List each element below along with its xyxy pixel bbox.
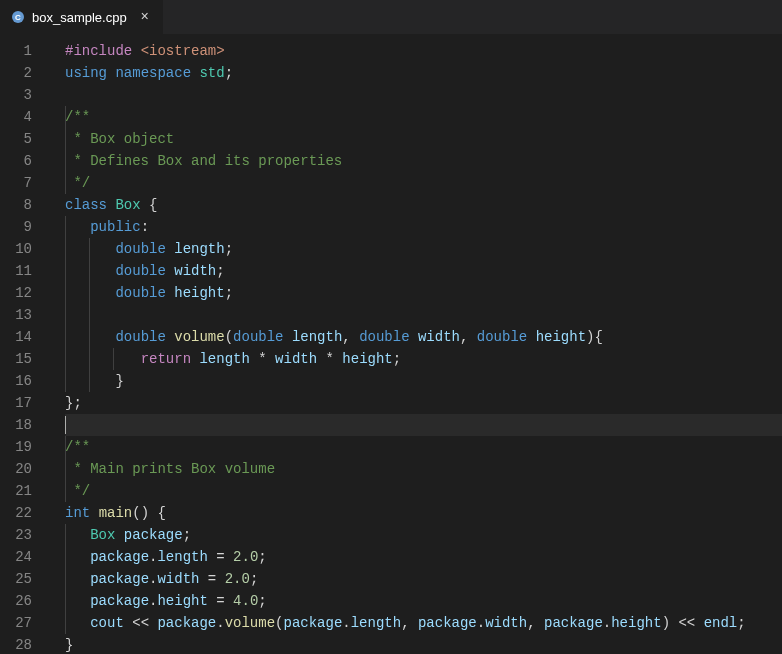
code-line[interactable]: }	[65, 370, 782, 392]
line-number: 14	[0, 326, 32, 348]
code-text: */	[65, 483, 90, 499]
code-line[interactable]: double height;	[65, 282, 782, 304]
indent-guide	[65, 568, 66, 590]
code-line[interactable]: double length;	[65, 238, 782, 260]
line-number: 19	[0, 436, 32, 458]
code-line[interactable]: package.height = 4.0;	[65, 590, 782, 612]
code-text: double length;	[65, 241, 233, 257]
token-op: *	[250, 351, 275, 367]
token-var: package	[418, 615, 477, 631]
indent-guide	[65, 304, 66, 326]
code-area[interactable]: #include <iostream>using namespace std;/…	[50, 40, 782, 654]
indent-guide	[65, 524, 66, 546]
line-number: 6	[0, 150, 32, 172]
code-line[interactable]: double volume(double length, double widt…	[65, 326, 782, 348]
code-line[interactable]: * Defines Box and its properties	[65, 150, 782, 172]
token-num: 2.0	[225, 571, 250, 587]
indent-guide	[89, 348, 90, 370]
token-plain	[284, 329, 292, 345]
indent-guide	[89, 260, 90, 282]
line-number: 22	[0, 502, 32, 524]
code-line[interactable]: */	[65, 480, 782, 502]
token-punc: ;	[250, 571, 258, 587]
token-plain	[115, 527, 123, 543]
file-tab[interactable]: C box_sample.cpp ×	[0, 0, 163, 34]
code-text: #include <iostream>	[65, 43, 225, 59]
tab-filename: box_sample.cpp	[32, 10, 127, 25]
code-line[interactable]: package.length = 2.0;	[65, 546, 782, 568]
indent-guide	[65, 370, 66, 392]
code-line[interactable]: }	[65, 634, 782, 654]
code-text: Box package;	[65, 527, 191, 543]
code-line[interactable]: class Box {	[65, 194, 782, 216]
code-line[interactable]	[65, 304, 782, 326]
code-text: /**	[65, 109, 90, 125]
code-line[interactable]: };	[65, 392, 782, 414]
token-op: ) <<	[662, 615, 704, 631]
token-comment: /**	[65, 439, 90, 455]
token-var: package	[157, 615, 216, 631]
token-type: double	[115, 241, 165, 257]
token-comment: * Main prints Box volume	[65, 461, 275, 477]
token-punc: }	[115, 373, 123, 389]
token-type: double	[115, 329, 165, 345]
indent-guide	[113, 348, 114, 370]
indent-guide	[65, 348, 66, 370]
code-text: return length * width * height;	[65, 351, 401, 367]
code-line[interactable]	[65, 414, 782, 436]
line-number: 5	[0, 128, 32, 150]
code-line[interactable]: package.width = 2.0;	[65, 568, 782, 590]
code-text: package.length = 2.0;	[65, 549, 267, 565]
token-var: height	[157, 593, 207, 609]
code-text: using namespace std;	[65, 65, 233, 81]
token-var: length	[174, 241, 224, 257]
indent-guide	[65, 282, 66, 304]
token-punc: ;	[258, 549, 266, 565]
token-func: volume	[174, 329, 224, 345]
code-line[interactable]: cout << package.volume(package.length, p…	[65, 612, 782, 634]
token-plain	[90, 505, 98, 521]
indent-guide	[89, 282, 90, 304]
code-text: package.height = 4.0;	[65, 593, 267, 609]
code-line[interactable]: using namespace std;	[65, 62, 782, 84]
line-number: 20	[0, 458, 32, 480]
code-text: /**	[65, 439, 90, 455]
line-number: 16	[0, 370, 32, 392]
token-punc: }	[65, 637, 73, 653]
tab-bar: C box_sample.cpp ×	[0, 0, 782, 35]
code-line[interactable]: double width;	[65, 260, 782, 282]
token-punc: ,	[460, 329, 477, 345]
code-line[interactable]: */	[65, 172, 782, 194]
token-var: package	[90, 571, 149, 587]
code-line[interactable]: return length * width * height;	[65, 348, 782, 370]
indent-guide	[65, 150, 66, 172]
code-line[interactable]	[65, 84, 782, 106]
code-line[interactable]: int main() {	[65, 502, 782, 524]
token-punc: ;	[225, 65, 233, 81]
token-var: endl	[704, 615, 738, 631]
token-op: =	[208, 549, 233, 565]
code-line[interactable]: /**	[65, 106, 782, 128]
code-line[interactable]: public:	[65, 216, 782, 238]
code-line[interactable]: #include <iostream>	[65, 40, 782, 62]
code-line[interactable]: * Main prints Box volume	[65, 458, 782, 480]
token-directive: return	[141, 351, 191, 367]
line-number: 10	[0, 238, 32, 260]
token-num: 4.0	[233, 593, 258, 609]
token-var: length	[292, 329, 342, 345]
line-number: 23	[0, 524, 32, 546]
code-line[interactable]: Box package;	[65, 524, 782, 546]
line-number: 27	[0, 612, 32, 634]
code-text	[65, 417, 66, 433]
code-line[interactable]: * Box object	[65, 128, 782, 150]
token-type: double	[115, 263, 165, 279]
line-number: 17	[0, 392, 32, 414]
code-editor[interactable]: 1234567891011121314151617181920212223242…	[0, 35, 782, 654]
token-plain	[527, 329, 535, 345]
token-punc: .	[342, 615, 350, 631]
token-punc: ;	[225, 241, 233, 257]
token-op: *	[317, 351, 342, 367]
close-icon[interactable]: ×	[137, 9, 153, 25]
code-text: package.width = 2.0;	[65, 571, 258, 587]
code-line[interactable]: /**	[65, 436, 782, 458]
